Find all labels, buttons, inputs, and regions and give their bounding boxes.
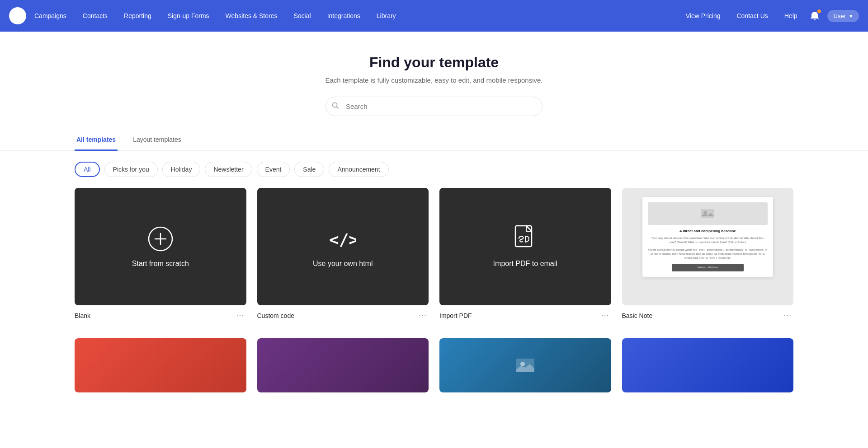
nav-integrations[interactable]: Integrations xyxy=(319,0,368,32)
template-footer-basic-note: Basic Note ··· xyxy=(622,311,794,320)
template-card-import-pdf: Import PDF to email Import PDF ··· xyxy=(439,188,611,320)
pill-newsletter[interactable]: Newsletter xyxy=(205,162,252,177)
pill-picks-for-you[interactable]: Picks for you xyxy=(104,162,158,177)
svg-point-11 xyxy=(520,362,525,366)
template-thumb-b4[interactable] xyxy=(622,338,794,392)
template-name-basic-note: Basic Note xyxy=(622,312,653,319)
nav-reporting[interactable]: Reporting xyxy=(116,0,160,32)
template-card-custom-code: </> Use your own html Custom code ··· xyxy=(257,188,429,320)
preview-body-text-2: Create a great offer by adding words lik… xyxy=(648,248,768,260)
nav-websites-stores[interactable]: Websites & Stores xyxy=(217,0,286,32)
tab-all-templates[interactable]: All templates xyxy=(75,130,118,151)
notification-dot xyxy=(817,9,821,13)
nav-contact-us[interactable]: Contact Us xyxy=(729,0,776,32)
preview-cta-button: Visit our Website xyxy=(672,264,744,271)
chevron-down-icon: ▾ xyxy=(849,13,853,19)
templates-grid: Start from scratch Blank ··· </> Use you… xyxy=(0,188,868,338)
filter-pills: All Picks for you Holiday Newsletter Eve… xyxy=(0,162,868,188)
template-thumb-b3[interactable] xyxy=(439,338,611,392)
pill-holiday[interactable]: Holiday xyxy=(162,162,201,177)
template-menu-blank[interactable]: ··· xyxy=(234,311,246,320)
thumb-label-blank: Start from scratch xyxy=(132,260,189,268)
user-label: User xyxy=(834,13,846,19)
template-card-basic-note: A direct and compelling headline Your co… xyxy=(622,188,794,320)
navbar-right: View Pricing Contact Us Help User ▾ xyxy=(678,0,859,32)
template-footer-import-pdf: Import PDF ··· xyxy=(439,311,611,320)
bottom-templates-row xyxy=(0,338,868,411)
template-thumb-b1[interactable] xyxy=(75,338,246,392)
template-menu-basic-note[interactable]: ··· xyxy=(782,311,793,320)
navbar: Campaigns Contacts Reporting Sign-up For… xyxy=(0,0,868,32)
pill-announcement[interactable]: Announcement xyxy=(329,162,388,177)
template-menu-custom-code[interactable]: ··· xyxy=(417,311,429,320)
template-thumb-b2[interactable] xyxy=(257,338,429,392)
template-name-import-pdf: Import PDF xyxy=(439,312,472,319)
user-menu[interactable]: User ▾ xyxy=(827,10,859,22)
nav-view-pricing[interactable]: View Pricing xyxy=(678,0,729,32)
template-footer-custom-code: Custom code ··· xyxy=(257,311,429,320)
template-menu-import-pdf[interactable]: ··· xyxy=(599,311,611,320)
preview-img-area xyxy=(648,202,768,225)
plus-icon xyxy=(147,225,174,252)
thumb-label-custom-code: Use your own html xyxy=(313,260,373,268)
file-icon xyxy=(512,225,539,252)
search-icon xyxy=(332,102,339,111)
notification-bell[interactable] xyxy=(806,7,824,25)
nav-contacts[interactable]: Contacts xyxy=(75,0,116,32)
tabs: All templates Layout templates xyxy=(75,130,793,150)
template-preview-content: A direct and compelling headline Your co… xyxy=(642,197,773,277)
pill-event[interactable]: Event xyxy=(257,162,290,177)
search-container xyxy=(326,97,542,116)
main-content: Find your template Each template is full… xyxy=(0,32,868,448)
template-footer-blank: Blank ··· xyxy=(75,311,246,320)
preview-headline: A direct and compelling headline xyxy=(648,229,768,233)
svg-rect-8 xyxy=(701,209,714,218)
preview-body-text: Your copy should address 3 key questions… xyxy=(648,236,768,244)
thumb-label-import-pdf: Import PDF to email xyxy=(493,260,557,268)
pill-sale[interactable]: Sale xyxy=(294,162,324,177)
pill-all[interactable]: All xyxy=(75,162,100,177)
main-nav: Campaigns Contacts Reporting Sign-up For… xyxy=(26,0,678,32)
tab-layout-templates[interactable]: Layout templates xyxy=(131,130,183,151)
logo[interactable] xyxy=(9,7,26,24)
template-thumb-basic-note[interactable]: A direct and compelling headline Your co… xyxy=(622,188,794,305)
nav-library[interactable]: Library xyxy=(368,0,404,32)
code-icon: </> xyxy=(329,225,356,252)
template-thumb-import-pdf[interactable]: Import PDF to email xyxy=(439,188,611,305)
nav-help[interactable]: Help xyxy=(776,0,806,32)
search-input[interactable] xyxy=(326,97,542,116)
page-subtitle: Each template is fully customizable, eas… xyxy=(9,76,859,84)
template-card-blank: Start from scratch Blank ··· xyxy=(75,188,246,320)
nav-social[interactable]: Social xyxy=(286,0,319,32)
nav-signup-forms[interactable]: Sign-up Forms xyxy=(160,0,217,32)
template-thumb-custom-code[interactable]: </> Use your own html xyxy=(257,188,429,305)
svg-line-2 xyxy=(337,107,339,108)
svg-text:</>: </> xyxy=(329,230,356,248)
template-thumb-blank[interactable]: Start from scratch xyxy=(75,188,246,305)
template-name-blank: Blank xyxy=(75,312,90,319)
tabs-container: All templates Layout templates xyxy=(0,130,868,151)
hero-section: Find your template Each template is full… xyxy=(0,32,868,130)
template-name-custom-code: Custom code xyxy=(257,312,294,319)
nav-campaigns[interactable]: Campaigns xyxy=(26,0,75,32)
page-title: Find your template xyxy=(9,54,859,71)
